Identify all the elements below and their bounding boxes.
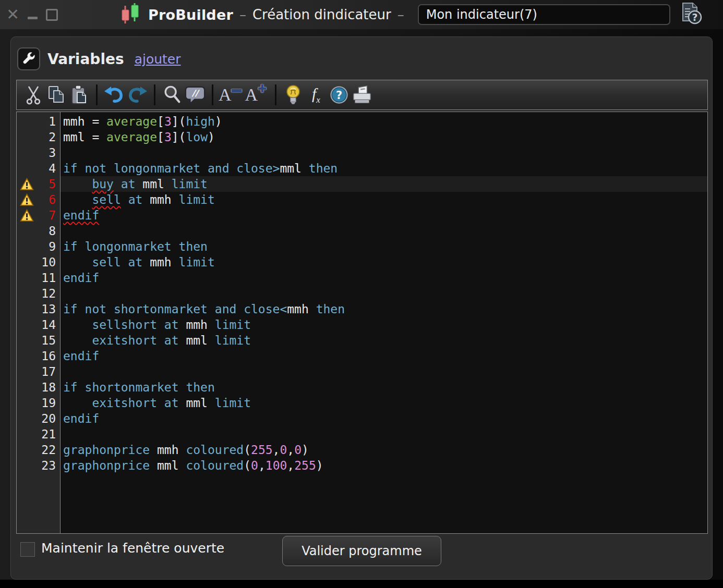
code-token: sellshort at [63,318,186,332]
font-decrease-icon: A▬ [219,85,245,104]
code-token: mmh [157,443,179,457]
insert-function-button[interactable]: fx [305,82,328,107]
code-token [179,443,186,457]
code-editor[interactable]: 1234 5 6 7891011121314151617181920212223… [16,112,708,534]
code-token: mml [280,162,302,175]
code-line[interactable]: endif [61,411,707,426]
code-token: limit [208,396,251,410]
warning-icon[interactable] [20,209,34,222]
redo-button[interactable] [126,82,149,107]
documentation-help-icon[interactable]: ? [679,2,704,27]
line-number: 16 [37,349,60,363]
code-token: , [258,459,266,472]
code-line[interactable] [61,145,707,161]
maximize-icon[interactable] [46,9,58,21]
code-token: coloured [186,459,244,472]
code-token: average [106,115,157,128]
code-line[interactable] [61,364,707,379]
scissors-icon [25,84,42,105]
code-token: 3 [164,130,172,144]
font-increase-button[interactable]: A✚ [245,82,270,107]
code-token: ( [244,443,251,457]
code-line[interactable]: graphonprice mml coloured(0,100,255) [61,458,707,473]
line-number: 2 [37,130,60,144]
candlestick-icon [120,3,143,27]
code-line[interactable]: graphonprice mmh coloured(255,0,0) [61,442,707,458]
warning-icon[interactable] [20,178,34,191]
code-line[interactable]: if not longonmarket and close>mml then [61,161,707,176]
line-number: 20 [37,412,60,425]
printer-icon [351,84,373,105]
keep-window-open-label: Maintenir la fenêtre ouverte [41,541,224,556]
svg-text:?: ? [336,89,342,102]
wrench-icon [22,52,35,66]
code-token: ) [208,130,215,144]
indicator-name-input[interactable] [418,4,670,25]
line-number: 4 [37,162,60,175]
code-line[interactable]: if longonmarket then [61,239,707,254]
code-line[interactable]: mml = average[3](low) [61,129,707,145]
cut-button[interactable] [22,82,45,107]
window-subtitle: Création dindicateur [252,7,391,22]
gutter-row: 3 [17,145,60,161]
suggestions-button[interactable] [282,82,305,107]
variables-settings-button[interactable] [17,47,40,70]
code-token: mmh [186,318,208,332]
code-line[interactable]: endif [61,270,707,286]
code-token: ]( [172,115,186,128]
undo-button[interactable] [103,82,126,107]
code-line[interactable]: sell at mmh limit [61,192,707,207]
redo-icon [127,85,148,104]
panel-footer: Maintenir la fenêtre ouverte Valider pro… [11,532,712,579]
code-line[interactable]: if not shortonmarket and close<mmh then [61,301,707,317]
code-token [63,193,92,206]
keep-window-open-checkbox[interactable] [20,542,35,557]
gutter-row: 19 [17,395,60,411]
paste-icon [70,84,89,105]
code-token: 0 [280,443,287,457]
print-button[interactable] [351,82,373,107]
code-token: mml [142,177,164,191]
code-line[interactable]: endif [61,348,707,364]
code-token: endif [63,412,99,425]
code-line[interactable] [61,426,707,442]
code-token: sell [92,193,121,206]
editor-toolbar: // A▬ A✚ fx ? [16,80,708,110]
code-lines[interactable]: mmh = average[3](high)mml = average[3](l… [61,112,707,533]
gutter-row: 5 [17,176,60,192]
code-token: ) [302,443,309,457]
fx-icon: fx [312,86,320,104]
code-line[interactable]: sell at mmh limit [61,254,707,270]
help-icon: ? [329,85,349,105]
code-token: mml = [63,130,106,144]
code-line[interactable]: endif [61,207,707,223]
code-line[interactable]: mmh = average[3](high) [61,114,707,129]
search-button[interactable] [161,82,184,107]
line-number: 6 [37,193,60,206]
code-line[interactable]: buy at mml limit [61,176,707,192]
gutter-row: 23 [17,458,60,473]
code-line[interactable] [61,286,707,301]
code-line[interactable]: if shortonmarket then [61,379,707,395]
code-line[interactable]: exitshort at mml limit [61,395,707,411]
code-token: at [121,193,150,206]
add-variable-link[interactable]: ajouter [135,52,181,67]
code-token: ) [215,115,222,128]
undo-icon [104,85,125,104]
variables-header: Variables ajouter [17,47,181,70]
minimize-icon[interactable] [28,17,38,19]
font-decrease-button[interactable]: A▬ [219,82,245,107]
editor-gutter: 1234 5 6 7891011121314151617181920212223 [17,112,61,533]
code-line[interactable]: sellshort at mmh limit [61,317,707,333]
toggle-comment-button[interactable]: // [184,82,207,107]
code-token: 100 [266,459,287,472]
validate-program-button[interactable]: Valider programme [282,536,441,566]
copy-button[interactable] [45,82,68,107]
paste-button[interactable] [68,82,91,107]
code-token: mmh [150,255,172,269]
code-line[interactable]: exitshort at mml limit [61,333,707,348]
help-button[interactable]: ? [328,82,351,107]
warning-icon[interactable] [20,193,34,206]
close-icon[interactable]: ✕ [6,7,19,22]
code-line[interactable] [61,223,707,239]
